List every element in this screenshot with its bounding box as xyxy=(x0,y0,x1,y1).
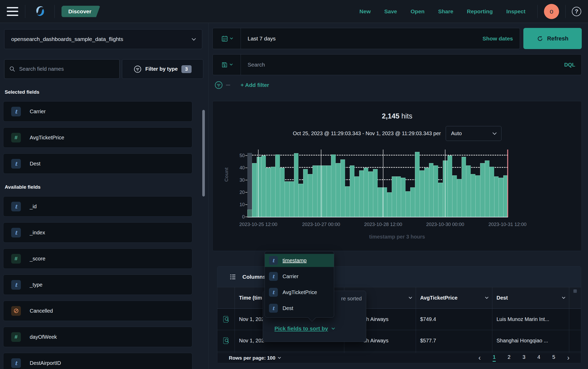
histogram-bar[interactable] xyxy=(280,150,285,217)
sort-chevron-icon[interactable] xyxy=(409,295,412,299)
histogram-bar[interactable] xyxy=(401,150,406,217)
histogram-bar[interactable] xyxy=(499,150,503,217)
topnav-open[interactable]: Open xyxy=(411,8,425,15)
page-2[interactable]: 2 xyxy=(508,354,511,362)
page-4[interactable]: 4 xyxy=(537,354,540,362)
histogram-bar[interactable] xyxy=(340,150,345,217)
sort-field-timestamp[interactable]: ttimestamp xyxy=(265,254,334,267)
table-scrollbar[interactable] xyxy=(573,289,577,293)
expand-row-cell[interactable] xyxy=(217,309,235,330)
topnav-share[interactable]: Share xyxy=(438,8,453,15)
field-item-Dest[interactable]: tDest xyxy=(3,153,192,174)
histogram-bar[interactable] xyxy=(266,150,271,217)
breadcrumb[interactable]: Discover xyxy=(62,6,100,17)
time-range-value[interactable]: Last 7 days xyxy=(241,35,482,42)
histogram-bar[interactable] xyxy=(368,150,373,217)
histogram-bar[interactable] xyxy=(406,150,410,217)
histogram-bar[interactable] xyxy=(313,150,317,217)
pick-fields-to-sort-button[interactable]: Pick fields to sort by xyxy=(274,325,334,332)
topnav-new[interactable]: New xyxy=(359,8,371,15)
histogram-bar[interactable] xyxy=(331,150,336,217)
histogram-bar[interactable] xyxy=(359,150,364,217)
interval-select[interactable]: Auto xyxy=(446,126,501,141)
field-item-Cancelled[interactable]: Cancelled xyxy=(3,301,192,321)
histogram-bar[interactable] xyxy=(448,150,452,217)
histogram-bar[interactable] xyxy=(452,150,457,217)
field-item-_score[interactable]: #_score xyxy=(3,248,192,269)
histogram-bar[interactable] xyxy=(387,150,392,217)
sort-field-Carrier[interactable]: tCarrier xyxy=(265,270,334,283)
field-search-input[interactable] xyxy=(19,66,115,72)
histogram-bar[interactable] xyxy=(275,150,280,217)
add-filter-link[interactable]: + Add filter xyxy=(241,82,269,88)
histogram-bar[interactable] xyxy=(289,150,294,217)
histogram-bar[interactable] xyxy=(322,150,327,217)
show-dates-link[interactable]: Show dates xyxy=(482,35,520,42)
index-pattern-select[interactable]: opensearch_dashboards_sample_data_flight… xyxy=(4,29,202,49)
histogram-bar[interactable] xyxy=(396,150,401,217)
field-item-dayOfWeek[interactable]: #dayOfWeek xyxy=(3,327,192,347)
sort-field-AvgTicketPrice[interactable]: tAvgTicketPrice xyxy=(265,286,334,299)
topnav-save[interactable]: Save xyxy=(384,8,397,15)
topnav-reporting[interactable]: Reporting xyxy=(467,8,493,15)
histogram-bar[interactable] xyxy=(257,150,261,217)
menu-icon[interactable] xyxy=(7,7,18,16)
histogram-bar[interactable] xyxy=(354,150,359,217)
field-item-AvgTicketPrice[interactable]: #AvgTicketPrice xyxy=(3,127,192,148)
histogram-bar[interactable] xyxy=(392,150,396,217)
histogram-bar[interactable] xyxy=(285,150,289,217)
histogram-bar[interactable] xyxy=(364,150,368,217)
histogram-bar[interactable] xyxy=(308,150,313,217)
histogram-bar[interactable] xyxy=(420,150,424,217)
field-item-DestAirportID[interactable]: tDestAirportID xyxy=(3,353,192,369)
histogram-bar[interactable] xyxy=(433,150,438,217)
histogram-bar[interactable] xyxy=(466,150,471,217)
histogram-bar[interactable] xyxy=(294,150,299,217)
histogram-bar[interactable] xyxy=(462,150,466,217)
field-item-_id[interactable]: t_id xyxy=(3,196,192,217)
help-icon[interactable]: ? xyxy=(572,7,581,16)
sort-chevron-icon[interactable] xyxy=(485,295,488,299)
histogram-bar[interactable] xyxy=(429,150,434,217)
histogram-bar[interactable] xyxy=(485,150,489,217)
histogram-bar[interactable] xyxy=(424,150,429,217)
page-5[interactable]: 5 xyxy=(552,354,555,362)
field-item-Carrier[interactable]: tCarrier xyxy=(3,101,192,122)
column-header-dest[interactable]: Dest xyxy=(492,287,569,309)
histogram-bar[interactable] xyxy=(350,150,354,217)
saved-query-button[interactable] xyxy=(213,55,241,75)
next-page-icon[interactable]: › xyxy=(567,354,569,361)
histogram-bar[interactable] xyxy=(303,150,308,217)
histogram-plot[interactable] xyxy=(247,150,508,217)
histogram-bar[interactable] xyxy=(373,150,378,217)
histogram-bar[interactable] xyxy=(475,150,480,217)
histogram-bar[interactable] xyxy=(410,150,415,217)
histogram-bar[interactable] xyxy=(471,150,475,217)
histogram-bar[interactable] xyxy=(261,150,266,217)
query-input[interactable] xyxy=(241,62,558,68)
calendar-menu-button[interactable] xyxy=(213,28,241,49)
sort-chevron-icon[interactable] xyxy=(562,295,565,299)
column-header-price[interactable]: AvgTicketPrice xyxy=(416,287,492,309)
histogram-bar[interactable] xyxy=(480,150,485,217)
rows-per-page-button[interactable]: Rows per page: 100 xyxy=(229,355,280,361)
histogram-bar[interactable] xyxy=(457,150,462,217)
previous-page-icon[interactable]: ‹ xyxy=(478,354,481,361)
field-item-_type[interactable]: t_type xyxy=(3,275,192,295)
filter-by-type-button[interactable]: Filter by type 3 xyxy=(122,59,203,79)
field-item-_index[interactable]: t_index xyxy=(3,222,192,243)
histogram-bar[interactable] xyxy=(247,150,252,217)
histogram-bar[interactable] xyxy=(345,150,350,217)
avatar[interactable]: o xyxy=(544,4,559,19)
histogram-bar[interactable] xyxy=(438,150,443,217)
histogram-bar[interactable] xyxy=(327,150,331,217)
sidebar-scrollbar[interactable] xyxy=(202,110,205,197)
histogram-bar[interactable] xyxy=(271,150,275,217)
histogram-bar[interactable] xyxy=(415,150,420,217)
page-3[interactable]: 3 xyxy=(523,354,525,362)
dql-button[interactable]: DQL xyxy=(558,62,581,68)
histogram-bar[interactable] xyxy=(494,150,499,217)
expand-row-cell[interactable] xyxy=(217,330,235,352)
refresh-button[interactable]: Refresh xyxy=(523,28,582,49)
page-1[interactable]: 1 xyxy=(493,354,495,362)
